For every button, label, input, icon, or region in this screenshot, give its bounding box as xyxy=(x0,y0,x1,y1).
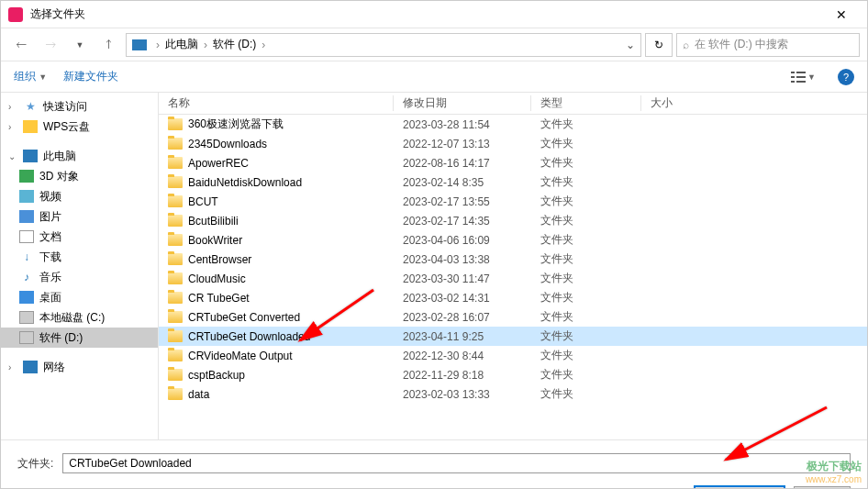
file-row[interactable]: BCUT2023-02-17 13:55文件夹 xyxy=(159,192,867,211)
help-button[interactable]: ? xyxy=(838,69,854,85)
file-row[interactable]: ApowerREC2022-08-16 14:17文件夹 xyxy=(159,153,867,172)
file-name: 360极速浏览器下载 xyxy=(188,117,284,132)
file-date: 2022-08-16 14:17 xyxy=(394,157,531,170)
3d-icon xyxy=(19,170,34,183)
back-button[interactable]: 🡐 xyxy=(8,32,34,58)
folder-icon xyxy=(168,118,183,130)
folder-name-input[interactable] xyxy=(62,453,851,473)
view-button[interactable]: ▼ xyxy=(785,69,821,85)
file-type: 文件夹 xyxy=(531,155,641,171)
network-icon xyxy=(23,361,38,373)
file-row[interactable]: CentBrowser2023-04-03 13:38文件夹 xyxy=(159,250,867,269)
search-input[interactable]: ⌕ 在 软件 (D:) 中搜索 xyxy=(676,33,860,57)
folder-icon xyxy=(168,330,183,342)
folder-icon xyxy=(168,157,183,169)
file-row[interactable]: CloudMusic2023-03-30 11:47文件夹 xyxy=(159,269,867,288)
file-type: 文件夹 xyxy=(531,194,641,209)
folder-icon xyxy=(168,253,183,265)
drive-icon xyxy=(19,331,34,344)
file-date: 2023-03-28 11:54 xyxy=(394,118,531,131)
star-icon: ★ xyxy=(23,100,38,113)
svg-rect-3 xyxy=(796,76,806,78)
drive-icon xyxy=(19,311,34,324)
file-row[interactable]: CR TubeGet2023-03-02 14:31文件夹 xyxy=(159,288,867,307)
file-name: 2345Downloads xyxy=(188,138,267,150)
sidebar-item-video[interactable]: 视频 xyxy=(1,186,158,206)
file-row[interactable]: CRTubeGet Converted2023-02-28 16:07文件夹 xyxy=(159,307,867,327)
document-icon xyxy=(19,230,34,243)
file-name: CloudMusic xyxy=(188,272,246,285)
column-size[interactable]: 大小 xyxy=(641,95,733,111)
folder-icon xyxy=(168,369,183,381)
file-name: BCUT xyxy=(188,195,218,208)
file-date: 2023-02-28 16:07 xyxy=(394,311,531,324)
search-icon: ⌕ xyxy=(683,39,689,51)
svg-rect-1 xyxy=(796,72,806,73)
file-type: 文件夹 xyxy=(531,213,641,228)
file-date: 2023-02-17 14:35 xyxy=(394,215,531,228)
file-type: 文件夹 xyxy=(531,232,641,248)
file-date: 2023-03-02 14:31 xyxy=(394,292,531,305)
sidebar-item-3d[interactable]: 3D 对象 xyxy=(1,166,158,186)
cloud-icon xyxy=(23,120,38,133)
breadcrumb-dropdown[interactable]: ⌄ xyxy=(626,39,635,51)
file-row[interactable]: BaiduNetdiskDownload2023-02-14 8:35文件夹 xyxy=(159,172,867,192)
sidebar-this-pc[interactable]: ⌄此电脑 xyxy=(1,146,158,166)
file-date: 2022-11-29 8:18 xyxy=(394,369,531,382)
file-date: 2023-03-30 11:47 xyxy=(394,272,531,285)
close-button[interactable]: ✕ xyxy=(823,7,860,22)
file-name: CRVideoMate Output xyxy=(188,350,293,362)
folder-icon xyxy=(168,388,183,400)
pc-icon xyxy=(23,150,38,162)
sidebar-network[interactable]: ›网络 xyxy=(1,357,158,377)
up-button[interactable]: 🡑 xyxy=(96,32,122,58)
column-headers[interactable]: 名称 修改日期 类型 大小 xyxy=(159,93,867,115)
sidebar-item-downloads[interactable]: ↓下载 xyxy=(1,247,158,267)
file-date: 2022-12-30 8:44 xyxy=(394,350,531,362)
forward-button[interactable]: 🡒 xyxy=(38,32,63,58)
new-folder-button[interactable]: 新建文件夹 xyxy=(63,69,118,84)
file-row[interactable]: CRTubeGet Downloaded2023-04-11 9:25文件夹 xyxy=(159,327,867,346)
sidebar-quick-access[interactable]: ›★快速访问 xyxy=(1,96,158,117)
file-name: data xyxy=(188,388,209,401)
sidebar-item-music[interactable]: ♪音乐 xyxy=(1,267,158,287)
sidebar-item-drive-c[interactable]: 本地磁盘 (C:) xyxy=(1,307,158,328)
file-row[interactable]: BcutBilibili2023-02-17 14:35文件夹 xyxy=(159,211,867,230)
folder-icon xyxy=(168,350,183,361)
breadcrumb-drive[interactable]: 软件 (D:) xyxy=(213,37,256,52)
file-date: 2023-02-17 13:55 xyxy=(394,195,531,208)
column-type[interactable]: 类型 xyxy=(531,95,641,111)
sidebar-item-images[interactable]: 图片 xyxy=(1,206,158,227)
sidebar-item-docs[interactable]: 文档 xyxy=(1,227,158,247)
desktop-icon xyxy=(19,291,34,304)
file-type: 文件夹 xyxy=(531,309,641,325)
organize-button[interactable]: 组织 ▼ xyxy=(14,69,47,84)
image-icon xyxy=(19,210,34,223)
file-type: 文件夹 xyxy=(531,367,641,383)
breadcrumb[interactable]: › 此电脑 › 软件 (D:) › ⌄ xyxy=(126,33,641,57)
recent-dropdown[interactable]: ▼ xyxy=(67,32,93,58)
file-row[interactable]: BookWriter2023-04-06 16:09文件夹 xyxy=(159,230,867,250)
refresh-button[interactable]: ↻ xyxy=(645,33,673,57)
file-row[interactable]: 2345Downloads2022-12-07 13:13文件夹 xyxy=(159,134,867,153)
file-name: BookWriter xyxy=(188,234,242,247)
file-row[interactable]: data2023-02-03 13:33文件夹 xyxy=(159,384,867,404)
svg-rect-2 xyxy=(791,76,795,78)
sidebar-wps-cloud[interactable]: ›WPS云盘 xyxy=(1,117,158,137)
breadcrumb-root[interactable]: 此电脑 xyxy=(165,37,198,52)
file-row[interactable]: csptBackup2022-11-29 8:18文件夹 xyxy=(159,365,867,384)
folder-icon xyxy=(168,292,183,304)
column-name[interactable]: 名称 xyxy=(159,95,394,111)
file-type: 文件夹 xyxy=(531,290,641,306)
file-row[interactable]: 360极速浏览器下载2023-03-28 11:54文件夹 xyxy=(159,115,867,134)
folder-icon xyxy=(168,272,183,284)
sidebar-item-drive-d[interactable]: 软件 (D:) xyxy=(1,328,158,348)
folder-icon xyxy=(168,195,183,207)
folder-icon xyxy=(168,311,183,323)
file-type: 文件夹 xyxy=(531,251,641,267)
file-date: 2023-04-03 13:38 xyxy=(394,253,531,266)
sidebar-item-desktop[interactable]: 桌面 xyxy=(1,287,158,307)
watermark: 极光下载站 www.xz7.com xyxy=(806,459,862,484)
column-date[interactable]: 修改日期 xyxy=(394,95,531,111)
file-row[interactable]: CRVideoMate Output2022-12-30 8:44文件夹 xyxy=(159,346,867,365)
